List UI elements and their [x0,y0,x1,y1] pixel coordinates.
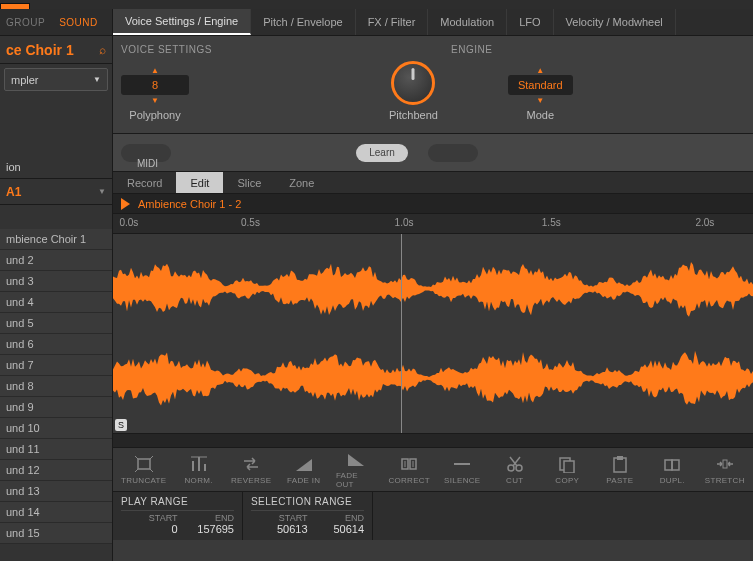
list-item-sound[interactable]: und 9 [0,397,112,418]
play-end-label: END [178,513,235,523]
editor-tab[interactable]: Zone [275,172,328,193]
list-item-sound[interactable]: und 5 [0,313,112,334]
list-item-sound[interactable]: und 4 [0,292,112,313]
tool-reverse[interactable]: REVERSE [231,455,272,485]
playhead-marker[interactable] [401,234,402,433]
sound-title: ce Choir 1 [6,42,74,58]
midi-slot[interactable] [428,144,478,162]
main-panel: Voice Settings / EnginePitch / EnvelopeF… [113,9,753,561]
wave-scrollbar[interactable] [113,434,753,448]
left-panel: GROUP SOUND ce Choir 1 ⌕ mpler ▼ ion A1 … [0,9,113,561]
tab-group[interactable]: GROUP [6,17,45,28]
svg-rect-0 [138,459,150,469]
tab-sound[interactable]: SOUND [59,17,98,28]
tool-correct[interactable]: CORRECT [388,455,430,485]
ruler-tick: 0.0s [119,217,138,228]
tool-label: DUPL. [660,476,685,485]
poly-value-box[interactable]: 8 [121,75,189,95]
ruler-tick: 2.0s [695,217,714,228]
sel-end-value[interactable]: 50614 [308,523,365,535]
voice-settings-area: VOICE SETTINGS ENGINE ▲ 8 ▼ Polyphony Pi… [113,36,753,134]
sound-title-row: ce Choir 1 ⌕ [0,36,112,64]
tool-fade out[interactable]: FADE OUT [336,450,377,489]
tool-paste[interactable]: PASTE [600,455,641,485]
sel-end-label: END [308,513,365,523]
editor-tab[interactable]: Record [113,172,176,193]
editor-tab[interactable]: Edit [176,172,223,193]
stretch-icon [715,455,735,473]
waveform-svg [113,234,753,433]
module-tab[interactable]: LFO [507,9,553,35]
ruler-tick: 1.5s [542,217,561,228]
tool-label: TRUNCATE [121,476,166,485]
list-item-sound[interactable]: und 13 [0,481,112,502]
module-tab[interactable]: Pitch / Envelope [251,9,356,35]
poly-up-icon[interactable]: ▲ [121,67,189,75]
module-tab[interactable]: FX / Filter [356,9,429,35]
list-item-sound[interactable]: mbience Choir 1 [0,229,112,250]
sample-row: Ambience Choir 1 - 2 [113,194,753,214]
svg-rect-5 [614,458,626,472]
module-tab[interactable]: Modulation [428,9,507,35]
sidebar-tabs: GROUP SOUND [0,9,112,36]
time-ruler[interactable]: 0.0s0.5s1.0s1.5s2.0s [113,214,753,234]
play-range-title: PLAY RANGE [121,496,234,511]
tool-dupl[interactable]: DUPL. [652,455,693,485]
tool-stretch[interactable]: STRETCH [705,455,746,485]
play-end-value[interactable]: 157695 [178,523,235,535]
tool-silence[interactable]: SILENCE [442,455,483,485]
sample-name: Ambience Choir 1 - 2 [138,198,241,210]
engine-dropdown[interactable]: mpler ▼ [4,68,108,91]
midi-learn-button[interactable]: Learn [356,144,408,162]
tool-truncate[interactable]: TRUNCATE [121,455,166,485]
tool-label: NORM. [185,476,213,485]
tool-fade in[interactable]: FADE IN [283,455,324,485]
ruler-tick: 1.0s [395,217,414,228]
section-row[interactable]: ion [0,155,112,179]
mode-up-icon[interactable]: ▲ [508,67,573,75]
list-item-sound[interactable]: und 3 [0,271,112,292]
module-tab[interactable]: Velocity / Modwheel [554,9,676,35]
sounds-list: mbience Choir 1und 2und 3und 4und 5und 6… [0,229,112,544]
search-icon[interactable]: ⌕ [99,43,106,57]
list-item-sound[interactable]: und 2 [0,250,112,271]
polyphony-control: ▲ 8 ▼ Polyphony [121,67,189,121]
pitchbend-knob[interactable] [391,61,435,105]
svg-rect-6 [617,456,623,460]
play-icon[interactable] [121,198,130,210]
channel-row[interactable]: A1 ▼ [0,179,112,205]
tool-label: REVERSE [231,476,271,485]
tool-label: FADE OUT [336,471,377,489]
play-start-value[interactable]: 0 [121,523,178,535]
silence-icon [452,455,472,473]
channel-label: A1 [6,185,21,199]
list-item-sound[interactable]: und 6 [0,334,112,355]
tool-cut[interactable]: CUT [495,455,536,485]
waveform-area[interactable]: S [113,234,753,434]
list-item-sound[interactable]: und 10 [0,418,112,439]
mode-value-box[interactable]: Standard [508,75,573,95]
tool-copy[interactable]: COPY [547,455,588,485]
svg-rect-8 [672,460,679,470]
loop-start-badge[interactable]: S [115,419,127,431]
editor-tab[interactable]: Slice [223,172,275,193]
list-item-sound[interactable]: und 15 [0,523,112,544]
poly-down-icon[interactable]: ▼ [121,97,189,105]
list-item-sound[interactable]: und 11 [0,439,112,460]
tool-norm[interactable]: NORM. [178,455,219,485]
sel-start-value[interactable]: 50613 [251,523,308,535]
list-item-sound[interactable]: und 7 [0,355,112,376]
mode-label: Mode [508,109,573,121]
norm-icon [189,455,209,473]
fade out-icon [346,450,366,468]
chevron-down-icon: ▼ [93,75,101,84]
list-item-sound[interactable]: und 8 [0,376,112,397]
svg-rect-4 [564,461,574,473]
cut-icon [505,455,525,473]
list-item-sound[interactable]: und 14 [0,502,112,523]
module-tab[interactable]: Voice Settings / Engine [113,9,251,35]
sel-range-title: SELECTION RANGE [251,496,364,511]
list-item-sound[interactable]: und 12 [0,460,112,481]
mode-down-icon[interactable]: ▼ [508,97,573,105]
paste-icon [610,455,630,473]
